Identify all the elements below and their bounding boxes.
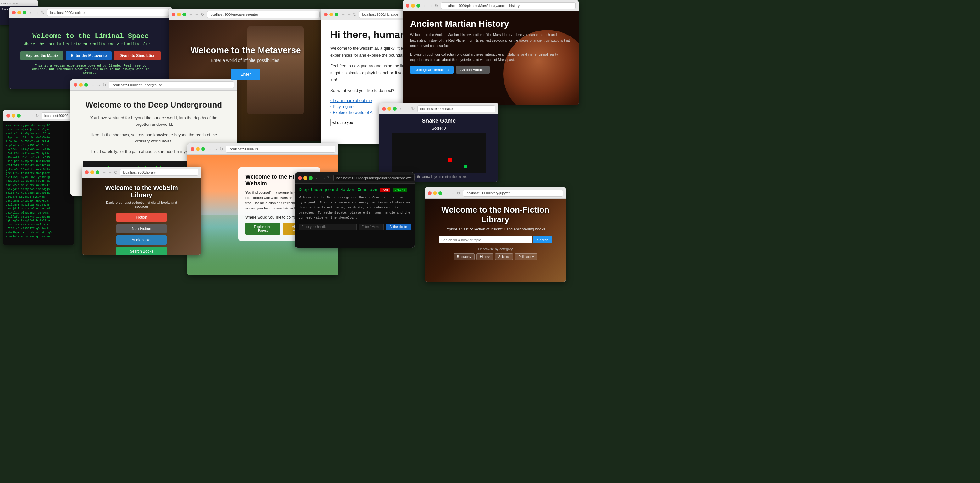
handle-input[interactable] bbox=[299, 224, 356, 230]
minimize-button[interactable] bbox=[329, 13, 333, 16]
url-bar[interactable]: localhost:9000/library/jupyter bbox=[463, 190, 563, 197]
minimize-button[interactable] bbox=[90, 170, 94, 174]
reload-icon[interactable]: ↻ bbox=[457, 191, 460, 195]
maximize-button[interactable] bbox=[84, 83, 88, 87]
back-icon[interactable]: ← bbox=[341, 12, 345, 17]
memecoin-input[interactable] bbox=[358, 224, 384, 230]
minimize-button[interactable] bbox=[177, 13, 181, 16]
geological-formations-button[interactable]: Geological Formations bbox=[410, 66, 453, 73]
dive-simulation-button[interactable]: Dive into Simulation bbox=[114, 51, 161, 60]
maximize-button[interactable] bbox=[182, 13, 186, 16]
snake-canvas bbox=[391, 133, 486, 173]
back-icon[interactable]: ← bbox=[91, 83, 95, 87]
url-bar[interactable]: localhost:9000/deepunderground bbox=[109, 81, 234, 88]
url-bar[interactable]: localhost:9000/hills bbox=[226, 146, 335, 153]
close-button[interactable] bbox=[12, 11, 16, 14]
forward-icon[interactable]: → bbox=[97, 83, 101, 87]
back-icon[interactable]: ← bbox=[423, 3, 427, 8]
fiction-button[interactable]: Fiction bbox=[116, 213, 167, 222]
maximize-button[interactable] bbox=[393, 107, 396, 111]
forward-icon[interactable]: → bbox=[451, 191, 455, 195]
reload-icon[interactable]: ↻ bbox=[41, 10, 45, 15]
audiobooks-button[interactable]: Audiobooks bbox=[116, 235, 167, 245]
url-bar[interactable]: localhost:9000/library bbox=[120, 169, 198, 176]
url-bar[interactable]: localhost:9000/deepunderground/hackercon… bbox=[333, 175, 415, 181]
close-button[interactable] bbox=[298, 176, 302, 180]
science-button[interactable]: Science bbox=[495, 253, 513, 260]
maximize-button[interactable] bbox=[438, 191, 442, 195]
reload-icon[interactable]: ↻ bbox=[35, 113, 39, 118]
back-icon[interactable]: ← bbox=[315, 175, 320, 181]
enter-metaverse-button[interactable]: Enter the Metaverse bbox=[66, 51, 111, 60]
back-icon[interactable]: ← bbox=[29, 10, 33, 15]
forward-icon[interactable]: → bbox=[405, 106, 409, 111]
maximize-button[interactable] bbox=[95, 170, 99, 174]
stream-line: zsxuyy7c mdl20axx oxw8fxd7 bbox=[6, 183, 72, 187]
close-button[interactable] bbox=[406, 4, 409, 8]
minimize-button[interactable] bbox=[411, 4, 415, 8]
back-icon[interactable]: ← bbox=[189, 12, 193, 17]
search-books-button[interactable]: Search Books bbox=[116, 246, 167, 255]
minimize-button[interactable] bbox=[79, 83, 83, 87]
close-button[interactable] bbox=[172, 13, 175, 16]
close-button[interactable] bbox=[191, 147, 194, 151]
maximize-button[interactable] bbox=[17, 114, 21, 118]
back-icon[interactable]: ← bbox=[399, 106, 404, 111]
reload-icon[interactable]: ↻ bbox=[220, 146, 223, 152]
reload-icon[interactable]: ↻ bbox=[103, 83, 106, 87]
minimize-button[interactable] bbox=[17, 11, 21, 14]
forward-icon[interactable]: → bbox=[429, 3, 433, 8]
reload-icon[interactable]: ↻ bbox=[327, 175, 331, 181]
maximize-button[interactable] bbox=[23, 11, 26, 14]
history-button[interactable]: History bbox=[476, 253, 493, 260]
forward-icon[interactable]: → bbox=[321, 175, 326, 181]
maximize-button[interactable] bbox=[201, 147, 205, 151]
url-bar[interactable]: localhost:9000/stream bbox=[41, 112, 74, 119]
back-icon[interactable]: ← bbox=[23, 113, 28, 118]
forward-icon[interactable]: → bbox=[35, 10, 39, 15]
maximize-button[interactable] bbox=[309, 176, 313, 180]
minimize-button[interactable] bbox=[196, 147, 200, 151]
browser-toolbar: ← → ↻ localhost:9000/library bbox=[82, 167, 201, 178]
reload-icon[interactable]: ↻ bbox=[200, 12, 204, 17]
explore-matrix-button[interactable]: Explore the Matrix bbox=[21, 51, 63, 60]
back-icon[interactable]: ← bbox=[208, 146, 212, 152]
reload-icon[interactable]: ↻ bbox=[353, 12, 356, 17]
reload-icon[interactable]: ↻ bbox=[435, 3, 438, 8]
minimize-button[interactable] bbox=[433, 191, 437, 195]
close-button[interactable] bbox=[324, 13, 328, 16]
mars-window: ← → ↻ localhost:9000/planets/Mars/librar… bbox=[402, 0, 579, 105]
close-button[interactable] bbox=[382, 107, 386, 111]
back-icon[interactable]: ← bbox=[445, 191, 449, 195]
forward-icon[interactable]: → bbox=[347, 12, 351, 17]
back-icon[interactable]: ← bbox=[102, 170, 106, 175]
ancient-artifacts-button[interactable]: Ancient Artifacts bbox=[456, 66, 490, 73]
biography-button[interactable]: Biography bbox=[453, 253, 474, 260]
close-button[interactable] bbox=[428, 191, 431, 195]
minimize-button[interactable] bbox=[12, 114, 16, 118]
minimize-button[interactable] bbox=[387, 107, 391, 111]
maximize-button[interactable] bbox=[417, 4, 420, 8]
search-input[interactable] bbox=[439, 237, 532, 243]
url-bar[interactable]: localhost:9000/planets/Mars/library/anci… bbox=[441, 2, 576, 9]
reload-icon[interactable]: ↻ bbox=[411, 106, 415, 111]
url-bar[interactable]: localhost:9000/explore bbox=[47, 9, 169, 16]
forward-icon[interactable]: → bbox=[29, 113, 33, 118]
nonfiction-button[interactable]: Non-Fiction bbox=[116, 224, 167, 234]
forward-icon[interactable]: → bbox=[108, 170, 112, 175]
reload-icon[interactable]: ↻ bbox=[114, 170, 118, 175]
authenticate-button[interactable]: Authenticate bbox=[386, 224, 411, 230]
url-bar[interactable]: localhost:9000/snake bbox=[417, 105, 495, 112]
close-button[interactable] bbox=[6, 114, 10, 118]
close-button[interactable] bbox=[85, 170, 89, 174]
minimize-button[interactable] bbox=[304, 176, 307, 180]
enter-button[interactable]: Enter bbox=[231, 68, 260, 80]
maximize-button[interactable] bbox=[335, 13, 339, 16]
philosophy-button[interactable]: Philosophy bbox=[515, 253, 537, 260]
explore-forest-button[interactable]: Explore the Forest bbox=[245, 222, 280, 235]
forward-icon[interactable]: → bbox=[213, 146, 218, 152]
url-bar[interactable]: localhost:9000/metaverse/enter bbox=[207, 11, 320, 18]
close-button[interactable] bbox=[73, 83, 77, 87]
search-button[interactable]: Search bbox=[533, 237, 552, 243]
forward-icon[interactable]: → bbox=[195, 12, 199, 17]
